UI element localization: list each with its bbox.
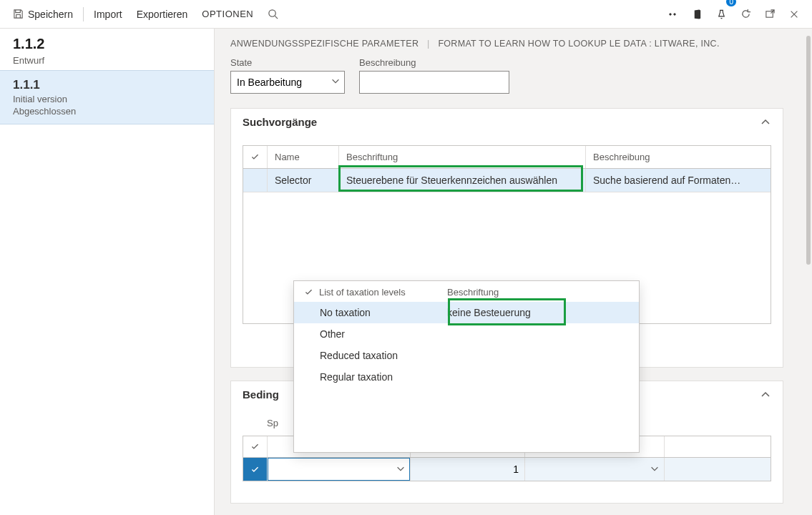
refresh-icon (740, 9, 751, 19)
flyout-row[interactable]: No taxation keine Besteuerung (294, 302, 639, 323)
breadcrumb-a: ANWENDUNGSSPEZIFISCHE PARAMETER (230, 39, 419, 49)
toolbar-separator (83, 7, 84, 21)
cond-select-all[interactable] (243, 436, 268, 457)
popout-button[interactable] (758, 0, 782, 29)
popout-icon (765, 9, 776, 19)
chevron-up-icon (760, 389, 771, 401)
conditions-grid-row[interactable] (243, 458, 771, 481)
scrollbar-thumb[interactable] (806, 36, 811, 265)
row-name: Selector (268, 169, 339, 192)
save-button[interactable]: Speichern (6, 0, 80, 29)
breadcrumb-b: FORMAT TO LEARN HOW TO LOOKUP LE DATA : … (438, 39, 719, 49)
flyout-col-a[interactable]: List of taxation levels (319, 287, 406, 298)
lookups-panel-title: Suchvorgänge (243, 116, 317, 128)
tag-icon (716, 9, 727, 20)
flyout-row[interactable]: Regular taxation (294, 366, 639, 388)
conditions-panel-title: Beding (243, 388, 279, 401)
flyout-row-a: Other (304, 328, 447, 340)
breadcrumb: ANWENDUNGSSPEZIFISCHE PARAMETER | FORMAT… (230, 36, 783, 57)
options-button[interactable]: OPTIONEN (195, 0, 260, 29)
cond-row-checkbox[interactable] (243, 458, 268, 481)
flyout-header: List of taxation levels Beschriftung (294, 281, 639, 302)
search-icon (268, 9, 278, 19)
flyout-row[interactable]: Other (294, 323, 639, 345)
flyout-row-b: keine Besteuerung (447, 307, 629, 318)
flyout-row-b (447, 328, 629, 340)
state-field: State (230, 57, 345, 94)
cond-number-input[interactable] (411, 458, 524, 481)
import-button[interactable]: Import (87, 0, 129, 29)
close-button[interactable] (782, 0, 806, 29)
toolbar: Speichern Import Exportieren OPTIONEN 0 (0, 0, 812, 29)
check-icon (250, 152, 260, 162)
search-button[interactable] (260, 0, 285, 29)
notification-button[interactable]: 0 (709, 0, 733, 29)
export-button[interactable]: Exportieren (129, 0, 195, 29)
col-label[interactable]: Beschriftung (339, 146, 586, 168)
col-name[interactable]: Name (268, 146, 339, 168)
office-icon-button[interactable] (685, 0, 709, 29)
check-icon (250, 465, 260, 474)
save-label: Speichern (28, 9, 73, 20)
lookups-grid-row[interactable]: Selector Steuerebene für Steuerkennzeich… (243, 169, 771, 192)
flyout-row-a: Regular taxation (304, 371, 447, 383)
save-icon (13, 9, 24, 19)
check-icon (304, 288, 313, 297)
row-checkbox[interactable] (243, 169, 268, 192)
select-all-checkbox[interactable] (243, 146, 268, 168)
flyout-row-a: Reduced taxation (304, 350, 447, 361)
sidebar-item-line1: Initial version (13, 94, 201, 104)
scrollbar[interactable] (799, 29, 812, 515)
description-label: Beschreibung (359, 57, 509, 68)
refresh-button[interactable] (733, 0, 758, 29)
cond-lookup-input[interactable] (268, 458, 410, 481)
office-icon (692, 9, 703, 20)
description-input[interactable] (359, 71, 509, 94)
taxation-levels-flyout: List of taxation levels Beschriftung No … (293, 280, 640, 453)
lookups-grid-header: Name Beschriftung Beschreibung (243, 146, 771, 169)
sidebar-item-line2: Abgeschlossen (13, 106, 201, 117)
col-desc[interactable]: Beschreibung (586, 146, 771, 168)
flyout-row[interactable]: Reduced taxation (294, 345, 639, 366)
row-desc: Suche basierend auf Formaten… (586, 169, 771, 192)
notification-badge: 0 (726, 0, 736, 6)
state-label: State (230, 57, 345, 68)
link-icon-button[interactable] (660, 0, 685, 29)
sidebar-current-version: 1.1.2 Entwurf (0, 29, 214, 70)
flyout-col-b[interactable]: Beschriftung (447, 287, 629, 298)
sidebar-current-version-number: 1.1.2 (13, 36, 201, 52)
check-icon (250, 442, 260, 451)
sidebar-item-version: 1.1.1 (13, 78, 201, 92)
row-label: Steuerebene für Steuerkennzeichen auswäh… (339, 169, 586, 192)
svg-point-0 (269, 10, 275, 16)
lookups-panel-header[interactable]: Suchvorgänge (231, 109, 783, 135)
chevron-up-icon (760, 117, 771, 128)
link-icon (667, 9, 678, 20)
flyout-row-b (447, 371, 629, 383)
sidebar-version-item[interactable]: 1.1.1 Initial version Abgeschlossen (0, 70, 214, 124)
version-sidebar: 1.1.2 Entwurf 1.1.1 Initial version Abge… (0, 29, 215, 515)
close-icon (789, 9, 799, 19)
flyout-row-a: No taxation (304, 307, 447, 318)
sidebar-current-version-status: Entwurf (13, 55, 201, 66)
state-select[interactable] (230, 71, 345, 94)
description-field: Beschreibung (359, 57, 509, 94)
flyout-row-b (447, 350, 629, 361)
svg-line-1 (275, 16, 278, 19)
